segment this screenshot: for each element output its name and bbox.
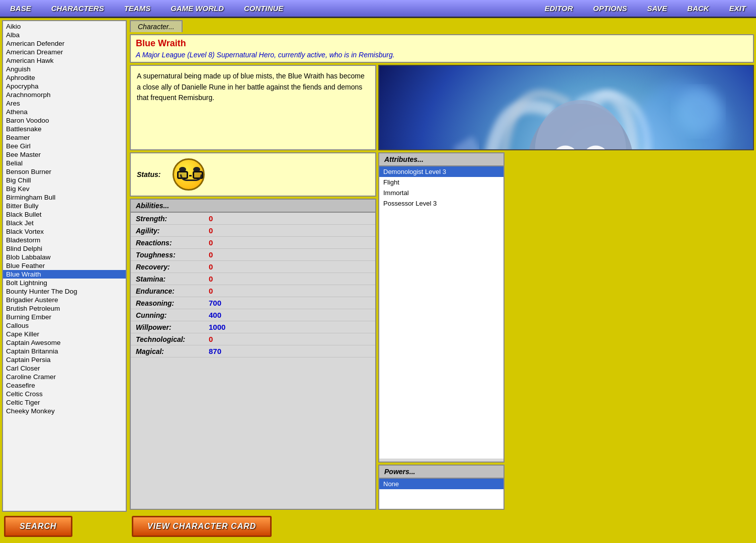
stat-name: Cunning: bbox=[136, 311, 209, 319]
character-list-item[interactable]: Black Vortex bbox=[3, 227, 126, 236]
character-list-item[interactable]: Athena bbox=[3, 108, 126, 116]
character-list-item[interactable]: Beamer bbox=[3, 133, 126, 142]
right-section: Character... Blue Wraith A Major League … bbox=[130, 20, 754, 541]
menu-back[interactable]: BACK bbox=[682, 2, 714, 15]
stat-name: Willpower: bbox=[136, 323, 209, 331]
character-list-item[interactable]: Cape Killer bbox=[3, 330, 126, 338]
status-label: Status: bbox=[137, 170, 160, 178]
left-section: AikioAlbaAmerican DefenderAmerican Dream… bbox=[2, 20, 127, 541]
character-list-item[interactable]: Blue Feather bbox=[3, 261, 126, 270]
character-list-item[interactable]: Caroline Cramer bbox=[3, 373, 126, 381]
search-button[interactable]: SEARCH bbox=[4, 516, 72, 537]
character-list-item[interactable]: Apocrypha bbox=[3, 82, 126, 90]
menu-options[interactable]: OPTIONS bbox=[588, 2, 632, 15]
svg-point-14 bbox=[676, 88, 721, 134]
character-list-item[interactable]: American Hawk bbox=[3, 56, 126, 65]
character-list-item[interactable]: Blob Labbalaw bbox=[3, 253, 126, 261]
character-list-item[interactable]: Arachnomorph bbox=[3, 90, 126, 99]
character-list-item[interactable]: Bitter Bully bbox=[3, 202, 126, 210]
character-list-item[interactable]: Cheeky Monkey bbox=[3, 407, 126, 415]
attributes-listbox[interactable]: Demonologist Level 3FlightImmortalPosses… bbox=[379, 166, 503, 459]
character-list-item[interactable]: Blind Delphi bbox=[3, 244, 126, 253]
character-list-item[interactable]: Aphrodite bbox=[3, 73, 126, 82]
stat-row: Toughness:0 bbox=[131, 249, 375, 261]
stat-value: 0 bbox=[209, 238, 213, 247]
character-list-item[interactable]: Black Jet bbox=[3, 219, 126, 227]
stat-name: Reasoning: bbox=[136, 299, 209, 307]
character-list-item[interactable]: Celtic Cross bbox=[3, 390, 126, 398]
character-list-item[interactable]: American Dreamer bbox=[3, 48, 126, 56]
stat-name: Strength: bbox=[136, 215, 209, 223]
character-list-item[interactable]: Burning Ember bbox=[3, 313, 126, 321]
character-tab[interactable]: Character... bbox=[130, 20, 183, 32]
stat-row: Recovery:0 bbox=[131, 261, 375, 273]
character-list-item[interactable]: Brutish Petroleum bbox=[3, 304, 126, 313]
stat-value: 0 bbox=[209, 250, 213, 259]
character-list-item[interactable]: Bounty Hunter The Dog bbox=[3, 287, 126, 296]
character-list-item[interactable]: Big Chill bbox=[3, 176, 126, 185]
character-list-item[interactable]: Black Bullet bbox=[3, 210, 126, 219]
stat-name: Recovery: bbox=[136, 263, 209, 271]
character-list-item[interactable]: Captain Awesome bbox=[3, 338, 126, 347]
abilities-panel: Abilities... Strength:0Agility:0Reaction… bbox=[130, 199, 376, 510]
attribute-item[interactable]: Demonologist Level 3 bbox=[379, 166, 503, 177]
character-name: Blue Wraith bbox=[136, 38, 748, 49]
character-list-item[interactable]: Baron Voodoo bbox=[3, 116, 126, 125]
character-list-item[interactable]: Aikio bbox=[3, 22, 126, 31]
character-list-item[interactable]: Battlesnake bbox=[3, 125, 126, 133]
menu-save[interactable]: SAVE bbox=[642, 2, 673, 15]
stat-row: Strength:0 bbox=[131, 213, 375, 225]
character-list-item[interactable]: Bolt Lightning bbox=[3, 279, 126, 287]
power-item[interactable]: None bbox=[379, 479, 503, 489]
character-list-item[interactable]: Benson Burner bbox=[3, 167, 126, 176]
menu-game-world[interactable]: GAME WORLD bbox=[165, 2, 229, 15]
character-list-item[interactable]: Alba bbox=[3, 31, 126, 39]
status-panel: Status: bbox=[130, 152, 376, 197]
character-list-item[interactable]: Blue Wraith bbox=[3, 270, 126, 279]
character-list-item[interactable]: Brigadier Austere bbox=[3, 296, 126, 304]
menu-exit[interactable]: EXIT bbox=[724, 2, 751, 15]
glasses-icon bbox=[177, 171, 203, 179]
bridge bbox=[189, 175, 192, 176]
character-list-item[interactable]: Celtic Tiger bbox=[3, 398, 126, 407]
stat-name: Reactions: bbox=[136, 239, 209, 247]
character-list-item[interactable]: Ares bbox=[3, 99, 126, 108]
character-list-item[interactable]: Big Kev bbox=[3, 185, 126, 193]
character-list-item[interactable]: Ceasefire bbox=[3, 381, 126, 390]
character-list-item[interactable]: Birmingham Bull bbox=[3, 193, 126, 202]
stat-row: Magical:870 bbox=[131, 345, 375, 357]
stat-row: Reasoning:700 bbox=[131, 297, 375, 309]
character-list-item[interactable]: Bee Girl bbox=[3, 142, 126, 150]
attribute-item[interactable]: Immortal bbox=[379, 188, 503, 198]
character-list-item[interactable]: Captain Britannia bbox=[3, 347, 126, 355]
character-list-item[interactable]: Bladestorm bbox=[3, 236, 126, 244]
character-listbox[interactable]: AikioAlbaAmerican DefenderAmerican Dream… bbox=[2, 20, 127, 511]
menu-editor[interactable]: EDITOR bbox=[540, 2, 578, 15]
attribute-item[interactable]: Flight bbox=[379, 177, 503, 188]
character-list-item[interactable]: Captain Persia bbox=[3, 355, 126, 364]
view-card-button[interactable]: VIEW CHARACTER CARD bbox=[132, 516, 272, 537]
character-list-item[interactable]: American Defender bbox=[3, 39, 126, 48]
content-area: AikioAlbaAmerican DefenderAmerican Dream… bbox=[0, 18, 756, 543]
character-image bbox=[378, 65, 754, 150]
character-list-item[interactable]: Bee Master bbox=[3, 150, 126, 159]
menu-teams[interactable]: TEAMS bbox=[119, 2, 156, 15]
powers-listbox[interactable]: None bbox=[379, 479, 503, 509]
tab-row: Character... bbox=[130, 20, 754, 32]
menu-characters[interactable]: CHARACTERS bbox=[46, 2, 109, 15]
character-list-item[interactable]: Carl Closer bbox=[3, 364, 126, 373]
stat-value: 0 bbox=[209, 287, 213, 295]
menu-base[interactable]: BASE bbox=[5, 2, 36, 15]
bottom-buttons: VIEW CHARACTER CARD bbox=[130, 512, 754, 541]
character-header: Blue Wraith A Major League (Level 8) Sup… bbox=[130, 34, 754, 63]
character-list-item[interactable]: Anguish bbox=[3, 65, 126, 73]
desc-image-row: A supernatural being made up of blue mis… bbox=[130, 65, 754, 150]
character-list-item[interactable]: Belial bbox=[3, 159, 126, 167]
status-emoji bbox=[173, 158, 205, 191]
stat-name: Endurance: bbox=[136, 287, 209, 295]
attribute-item[interactable]: Possessor Level 3 bbox=[379, 198, 503, 209]
attributes-panel: Attributes... Demonologist Level 3Flight… bbox=[378, 152, 505, 463]
left-bottom-bar: SEARCH bbox=[2, 511, 127, 541]
character-list-item[interactable]: Callous bbox=[3, 321, 126, 330]
menu-continue[interactable]: CONTINUE bbox=[239, 2, 288, 15]
